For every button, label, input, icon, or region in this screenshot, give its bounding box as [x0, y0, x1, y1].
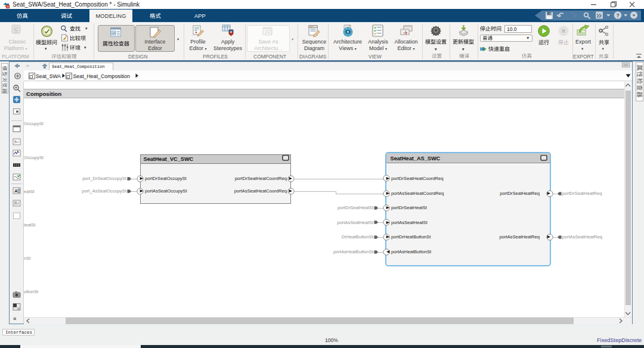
- svg-text:C: C: [14, 26, 18, 32]
- svg-text:A: A: [14, 188, 18, 194]
- svg-text:?: ?: [616, 13, 620, 18]
